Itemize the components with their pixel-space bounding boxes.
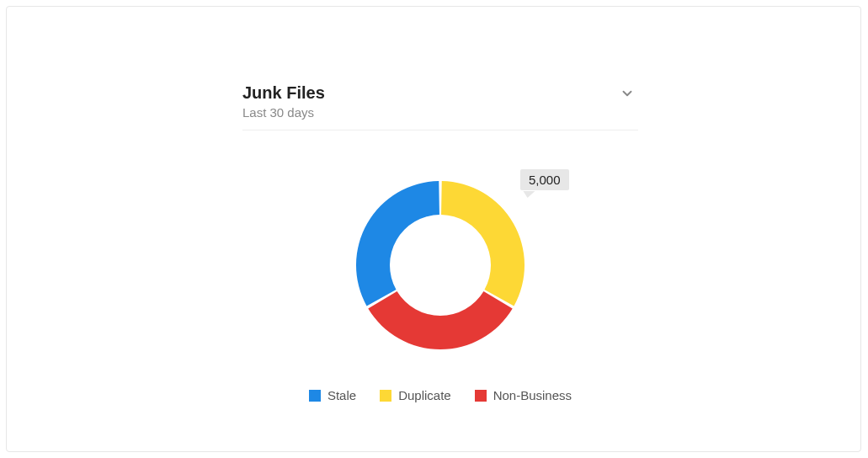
widget-subtitle: Last 30 days: [242, 105, 325, 120]
widget-content: Junk Files Last 30 days 5,000 Stale: [242, 83, 638, 402]
legend-label: Duplicate: [398, 388, 451, 402]
legend-item-non-business[interactable]: Non-Business: [475, 388, 572, 402]
widget-titles: Junk Files Last 30 days: [242, 83, 325, 120]
legend-swatch: [309, 390, 321, 402]
donut-chart: 5,000: [242, 156, 638, 375]
legend-item-stale[interactable]: Stale: [309, 388, 356, 402]
donut-svg: [348, 173, 533, 358]
legend-swatch: [475, 390, 487, 402]
widget-header: Junk Files Last 30 days: [242, 83, 638, 130]
chart-tooltip: 5,000: [520, 169, 569, 190]
legend-label: Stale: [327, 388, 356, 402]
legend-item-duplicate[interactable]: Duplicate: [380, 388, 451, 402]
donut-slice-stale[interactable]: [356, 181, 439, 306]
chart-legend: Stale Duplicate Non-Business: [242, 388, 638, 402]
donut-slice-duplicate[interactable]: [441, 181, 525, 306]
legend-label: Non-Business: [493, 388, 572, 402]
chart-panel: Junk Files Last 30 days 5,000 Stale: [6, 6, 861, 452]
chevron-down-icon[interactable]: [616, 83, 638, 108]
widget-title: Junk Files: [242, 83, 325, 103]
tooltip-value: 5,000: [529, 173, 561, 187]
legend-swatch: [380, 390, 391, 402]
tooltip-tail: [521, 191, 535, 198]
donut-slice-non-business[interactable]: [368, 291, 512, 349]
